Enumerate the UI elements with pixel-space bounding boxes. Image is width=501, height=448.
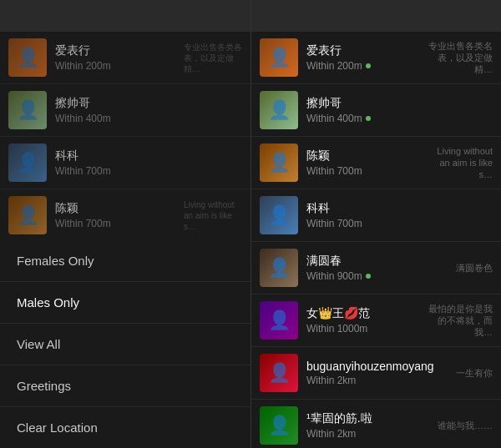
left-list-item[interactable]: 👤 科科 Within 700m bbox=[0, 137, 250, 189]
menu-item-clear-location[interactable]: Clear Location bbox=[0, 407, 250, 448]
person-name: 科科 bbox=[306, 201, 493, 216]
person-name: 陈颖 bbox=[55, 201, 180, 216]
left-list-item[interactable]: 👤 擦帅哥 Within 400m bbox=[0, 84, 250, 137]
online-indicator bbox=[366, 274, 371, 279]
person-preview: 专业出售各类各表，以及定做精… bbox=[184, 42, 242, 74]
person-info: 爱表行Within 200m bbox=[306, 43, 421, 72]
context-menu: Females Only Males Only View All Greetin… bbox=[0, 240, 250, 448]
right-people-list: 👤爱表行Within 200m专业出售各类名表，以及定做精…👤擦帅哥Within… bbox=[251, 32, 501, 448]
list-item[interactable]: 👤满圆春Within 900m满圆卷色 bbox=[251, 242, 501, 294]
right-header bbox=[251, 0, 501, 32]
person-info: 陈颖 Within 700m bbox=[55, 201, 180, 229]
person-name: 女👑王💋范 bbox=[306, 306, 421, 321]
list-item[interactable]: 👤buguanyihouzenmoyangWithin 2km一生有你 bbox=[251, 347, 501, 400]
avatar: 👤 bbox=[260, 301, 298, 340]
person-distance: Within 200m bbox=[55, 60, 180, 72]
online-indicator bbox=[366, 116, 371, 121]
person-preview: 谁能与我…… bbox=[438, 420, 493, 431]
menu-item-females[interactable]: Females Only bbox=[0, 240, 250, 282]
online-indicator bbox=[366, 63, 371, 68]
person-distance: Within 2km bbox=[306, 375, 451, 386]
person-info: 爱表行 Within 200m bbox=[55, 43, 180, 72]
list-item[interactable]: 👤爱表行Within 200m专业出售各类名表，以及定做精… bbox=[251, 32, 501, 84]
avatar: 👤 bbox=[260, 196, 298, 234]
person-name: 擦帅哥 bbox=[306, 96, 493, 111]
list-item[interactable]: 👤科科Within 700m bbox=[251, 189, 501, 242]
menu-item-males[interactable]: Males Only bbox=[0, 282, 250, 324]
person-info: 女👑王💋范Within 1000m bbox=[306, 306, 421, 335]
left-list-item[interactable]: 👤 陈颖 Within 700m Living without an aim i… bbox=[0, 189, 250, 242]
person-name: 满圆春 bbox=[306, 254, 451, 269]
person-preview: 满圆卷色 bbox=[456, 262, 493, 274]
avatar: 👤 bbox=[260, 354, 298, 392]
person-name: 陈颖 bbox=[306, 148, 421, 164]
person-name: ¹辈固的筋.啦 bbox=[306, 411, 433, 426]
list-item[interactable]: 👤女👑王💋范Within 1000m最怕的是你是我的不将就，而我… bbox=[251, 294, 501, 347]
avatar: 👤 bbox=[8, 91, 47, 129]
person-distance: Within 700m bbox=[55, 218, 180, 229]
list-item[interactable]: 👤擦帅哥Within 400m bbox=[251, 84, 501, 137]
avatar: 👤 bbox=[260, 406, 298, 445]
menu-item-greetings[interactable]: Greetings bbox=[0, 365, 250, 407]
person-preview: Living without an aim is like s… bbox=[426, 145, 493, 181]
person-distance: Within 700m bbox=[306, 165, 421, 177]
person-name: 科科 bbox=[55, 148, 242, 164]
person-distance: Within 900m bbox=[306, 270, 451, 282]
person-distance: Within 700m bbox=[55, 165, 242, 177]
person-name: 爱表行 bbox=[55, 43, 180, 58]
left-panel: 👤 爱表行 Within 200m 专业出售各类各表，以及定做精… 👤 擦帅哥 … bbox=[0, 0, 250, 448]
person-info: 满圆春Within 900m bbox=[306, 254, 451, 282]
left-header bbox=[0, 0, 250, 32]
avatar: 👤 bbox=[260, 91, 298, 129]
person-distance: Within 1000m bbox=[306, 323, 421, 335]
avatar: 👤 bbox=[8, 38, 47, 77]
person-preview: Living without an aim is like s… bbox=[184, 199, 242, 232]
person-distance: Within 400m bbox=[306, 113, 493, 124]
avatar: 👤 bbox=[8, 196, 47, 234]
person-preview: 专业出售各类名表，以及定做精… bbox=[426, 40, 493, 76]
person-distance: Within 200m bbox=[306, 60, 421, 72]
left-list-item[interactable]: 👤 爱表行 Within 200m 专业出售各类各表，以及定做精… bbox=[0, 32, 250, 84]
avatar: 👤 bbox=[8, 143, 47, 182]
list-item[interactable]: 👤¹辈固的筋.啦Within 2km谁能与我…… bbox=[251, 400, 501, 448]
person-distance: Within 400m bbox=[55, 113, 242, 124]
person-distance: Within 700m bbox=[306, 218, 493, 229]
person-name: 擦帅哥 bbox=[55, 96, 242, 111]
right-panel: 👤爱表行Within 200m专业出售各类名表，以及定做精…👤擦帅哥Within… bbox=[250, 0, 501, 448]
avatar: 👤 bbox=[260, 143, 298, 182]
person-info: 擦帅哥Within 400m bbox=[306, 96, 493, 124]
person-name: buguanyihouzenmoyang bbox=[306, 360, 451, 373]
person-preview: 一生有你 bbox=[456, 367, 493, 379]
person-info: 科科 Within 700m bbox=[55, 148, 242, 177]
person-preview: 最怕的是你是我的不将就，而我… bbox=[426, 303, 493, 339]
person-name: 爱表行 bbox=[306, 43, 421, 58]
left-people-list: 👤 爱表行 Within 200m 专业出售各类各表，以及定做精… 👤 擦帅哥 … bbox=[0, 32, 250, 257]
person-info: buguanyihouzenmoyangWithin 2km bbox=[306, 360, 451, 386]
avatar: 👤 bbox=[260, 249, 298, 287]
person-info: 科科Within 700m bbox=[306, 201, 493, 229]
person-distance: Within 2km bbox=[306, 428, 433, 440]
avatar: 👤 bbox=[260, 38, 298, 77]
person-info: 擦帅哥 Within 400m bbox=[55, 96, 242, 124]
person-info: 陈颖Within 700m bbox=[306, 148, 421, 177]
list-item[interactable]: 👤陈颖Within 700mLiving without an aim is l… bbox=[251, 137, 501, 189]
person-info: ¹辈固的筋.啦Within 2km bbox=[306, 411, 433, 440]
menu-item-view-all[interactable]: View All bbox=[0, 324, 250, 365]
